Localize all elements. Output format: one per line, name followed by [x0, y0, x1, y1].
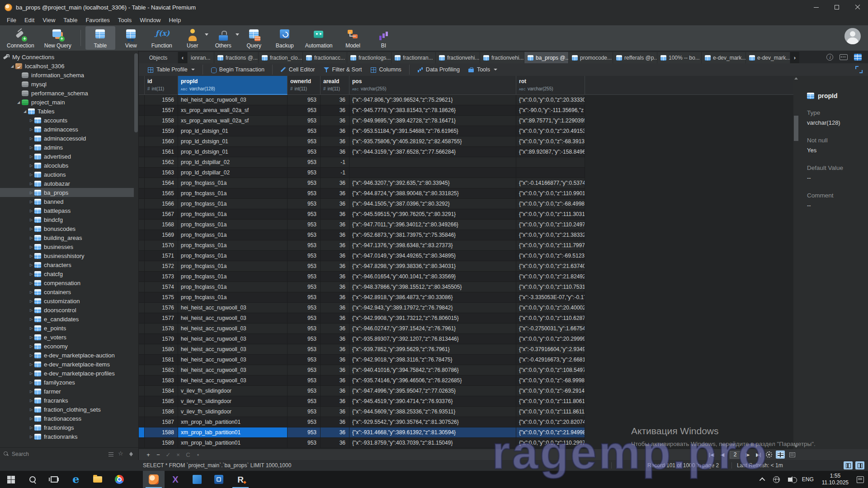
cell-areaid[interactable]: 36: [321, 427, 349, 438]
cell-ownerid[interactable]: 953: [288, 438, 321, 448]
cell-rot[interactable]: {"x":0.0,"y":0.0,"z":-69.5123: [516, 251, 585, 261]
table-toolbar-button[interactable]: Tools: [464, 65, 501, 75]
cell-areaid[interactable]: 36: [321, 209, 349, 220]
column-header-ownerid[interactable]: ownerId #int(11): [288, 76, 321, 95]
cell-id[interactable]: 1588: [145, 427, 178, 438]
cell-areaid[interactable]: 36: [321, 355, 349, 365]
row-gutter[interactable]: [139, 417, 145, 427]
cell-rot[interactable]: {"x":0.0,"y":0.0,"z":110.9901: [516, 188, 585, 199]
table-row[interactable]: 1576 hei_heist_acc_rugwooll_03 953 36 {"…: [139, 303, 793, 313]
expand-arrow-icon[interactable]: [28, 308, 34, 312]
cell-ownerid[interactable]: 953: [288, 427, 321, 438]
expand-arrow-icon[interactable]: [28, 245, 34, 249]
cell-propid[interactable]: v_ilev_fh_slidingdoor: [178, 386, 288, 396]
language-indicator[interactable]: ENG: [798, 471, 818, 488]
table-toolbar-button[interactable]: Table Profile: [143, 65, 199, 75]
cell-areaid[interactable]: 36: [321, 438, 349, 448]
row-gutter[interactable]: [139, 178, 145, 188]
table-row[interactable]: 1573 prop_fncglass_01a 953 36 {"x":-946.…: [139, 272, 793, 282]
visual-studio-taskbar-button[interactable]: X: [165, 471, 186, 488]
tab[interactable]: 100% -- bo...: [657, 52, 701, 63]
cell-areaid[interactable]: 36: [321, 396, 349, 407]
cell-id[interactable]: 1571: [145, 251, 178, 261]
tree-item[interactable]: ba_props: [0, 188, 134, 197]
cell-areaid[interactable]: 36: [321, 375, 349, 386]
tab[interactable]: promocode...: [569, 52, 613, 63]
cell-pos[interactable]: {"x":-940.41016,"y":394.75842,"z":76.807…: [349, 365, 516, 375]
cell-areaid[interactable]: 36: [321, 344, 349, 355]
cell-areaid[interactable]: 36: [321, 272, 349, 282]
toolbar-button[interactable]: Function: [147, 26, 177, 50]
cell-ownerid[interactable]: 953: [288, 292, 321, 303]
cell-rot[interactable]: {"x":0.0,"y":0.0,"z":110.6287: [516, 313, 585, 324]
page-settings-gear-icon[interactable]: [766, 451, 772, 458]
expand-arrow-icon[interactable]: [28, 173, 34, 177]
table-toolbar-button[interactable]: Cell Editor: [272, 65, 319, 75]
cell-pos[interactable]: {"x":-947.0149,"y":394.49265,"z":80.3489…: [349, 251, 516, 261]
cell-rot[interactable]: [516, 157, 585, 168]
info-icon[interactable]: i: [826, 54, 833, 61]
refresh-icon[interactable]: C: [183, 451, 193, 458]
tab[interactable]: refferals @p...: [613, 52, 657, 63]
navicat-taskbar-button[interactable]: [143, 471, 165, 488]
start-button[interactable]: [0, 471, 22, 488]
maximize-button[interactable]: [826, 0, 847, 14]
cell-propid[interactable]: v_ilev_fh_slidingdoor: [178, 396, 288, 407]
tab[interactable]: fractionran...: [392, 52, 435, 63]
cell-id[interactable]: 1576: [145, 303, 178, 313]
row-gutter[interactable]: [139, 220, 145, 230]
cell-ownerid[interactable]: 953: [288, 168, 321, 178]
tab[interactable]: e-dev_mark...: [746, 52, 790, 63]
row-gutter[interactable]: [139, 303, 145, 313]
expand-arrow-icon[interactable]: [28, 136, 34, 141]
cell-propid[interactable]: hei_heist_acc_rugwooll_03: [178, 334, 288, 344]
cell-pos[interactable]: {"x":-947.8298,"y":399.38336,"z":80.3403…: [349, 261, 516, 272]
cell-rot[interactable]: {"x":-3.335053E-07,"y":-0.17: [516, 292, 585, 303]
cell-propid[interactable]: hei_heist_acc_rugwooll_03: [178, 95, 288, 105]
cell-areaid[interactable]: 36: [321, 365, 349, 375]
cell-rot[interactable]: {"x":0.0,"y":0.0,"z":20.49153: [516, 126, 585, 136]
tree-item[interactable]: information_schema: [0, 70, 134, 80]
expand-arrow-icon[interactable]: [28, 326, 34, 330]
toolbar-button[interactable]: Connection: [2, 26, 39, 50]
cell-id[interactable]: 1556: [145, 95, 178, 105]
cell-ownerid[interactable]: 953: [288, 126, 321, 136]
menu-item[interactable]: Help: [165, 15, 185, 25]
column-header-propid[interactable]: propId ABCvarchar(128): [178, 76, 288, 95]
tree-item[interactable]: performance_schema: [0, 89, 134, 98]
toolbar-button[interactable]: New Query: [40, 26, 76, 50]
cell-id[interactable]: 1589: [145, 438, 178, 448]
cell-id[interactable]: 1562: [145, 157, 178, 168]
cell-rot[interactable]: {"x":89.75771,"y":1.2290395: [516, 116, 585, 126]
cell-propid[interactable]: prop_fncglass_01a: [178, 240, 288, 251]
cell-propid[interactable]: prop_ld_dstpillar_02: [178, 168, 288, 178]
favorites-icon[interactable]: [118, 451, 125, 457]
cell-ownerid[interactable]: 953: [288, 147, 321, 157]
cell-pos[interactable]: {"x":-929.5542,"y":390.35764,"z":81.3075…: [349, 417, 516, 427]
expand-arrow-icon[interactable]: [28, 299, 34, 303]
expand-arrow-icon[interactable]: [28, 227, 34, 231]
scroll-up-icon[interactable]: [794, 77, 798, 80]
expand-arrow-icon[interactable]: [28, 371, 34, 375]
cell-pos[interactable]: {"x":-942.9908,"y":391.73212,"z":76.8060…: [349, 313, 516, 324]
cell-areaid[interactable]: 36: [321, 116, 349, 126]
cell-pos[interactable]: {"x":-931.8759,"y":403.7039,"z":81.15049…: [349, 438, 516, 448]
add-record-icon[interactable]: +: [143, 451, 153, 458]
tree-item[interactable]: adminaccessold: [0, 134, 134, 143]
cell-rot[interactable]: {"x":0.0,"y":0.0,"z":-69.2914: [516, 386, 585, 396]
cell-id[interactable]: 1585: [145, 396, 178, 407]
cell-rot[interactable]: {"x":0.0,"y":0.0,"z":-68.4998: [516, 199, 585, 209]
cell-propid[interactable]: xs_prop_arena_wall_02a_sf: [178, 105, 288, 116]
close-button[interactable]: [847, 0, 868, 14]
cell-pos[interactable]: {"x":-944.1505,"y":387.0396,"z":80.3292}: [349, 199, 516, 209]
cell-areaid[interactable]: 36: [321, 334, 349, 344]
cell-propid[interactable]: v_ilev_fh_slidingdoor: [178, 407, 288, 417]
table-toolbar-button[interactable]: Begin Transaction: [203, 65, 269, 75]
menu-item[interactable]: Favorites: [81, 15, 113, 25]
table-row[interactable]: 1556 hei_heist_acc_rugwooll_03 953 36 {"…: [139, 95, 793, 105]
tree-item[interactable]: accounts: [0, 116, 134, 125]
cell-rot[interactable]: {"x":-0.14166877,"y":0.5374: [516, 178, 585, 188]
cell-pos[interactable]: {"x":-944.8724,"y":388.90048,"z":80.3318…: [349, 188, 516, 199]
table-row[interactable]: 1562 prop_ld_dstpillar_02 953 -1: [139, 157, 793, 168]
table-row[interactable]: 1586 v_ilev_fh_slidingdoor 953 36 {"x":-…: [139, 407, 793, 417]
